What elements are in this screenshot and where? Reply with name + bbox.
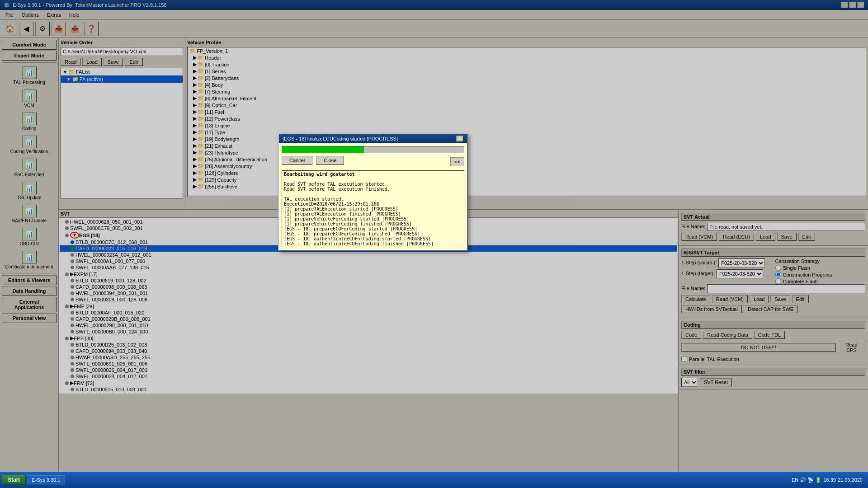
dialog-titlebar: [EGS - 18] finalizeECUCoding started [PR… — [279, 134, 467, 143]
tray-date: 21.06.2020 — [838, 477, 863, 483]
log-line-13: [EGS - 18] authenticateECUForCoding star… — [284, 236, 462, 241]
tray-time: 16:39 — [823, 477, 836, 483]
taskbar-tray: EN 🔊 📡 🔋 16:39 21.06.2020 — [788, 477, 866, 483]
log-line-14: [EGS - 18] authenticateECUForCoding fini… — [284, 241, 462, 246]
log-line-11: [EGS - 18] prepareECUForCoding started [… — [284, 226, 462, 231]
log-line-6: ExecutionID=2020/06/21-15:29:01.166 — [284, 202, 462, 206]
taskbar-esys[interactable]: E-Sys 3.30.1 — [27, 475, 65, 484]
dialog-action-buttons: Cancel Close — [282, 156, 344, 165]
log-line-2: Read SVT before TAL execution started. — [284, 182, 462, 187]
progress-bar-fill — [282, 146, 364, 153]
log-line-9: [1] prepareVehicleForCoding started [PRO… — [284, 216, 462, 221]
dialog-log: Bearbeitung wird gestartet Read SVT befo… — [282, 170, 464, 247]
log-line-3: Read SVT before TAL execution finished. — [284, 187, 462, 192]
taskbar: Start E-Sys 3.30.1 EN 🔊 📡 🔋 16:39 21.06.… — [0, 472, 868, 488]
dialog-close-icon[interactable]: ✕ — [456, 136, 463, 142]
dialog-close-btn[interactable]: Close — [316, 156, 344, 165]
log-line-10: [1] prepareVehicleForCoding finished [PR… — [284, 221, 462, 226]
log-line-12: [EGS - 18] prepareECUForCoding finished … — [284, 231, 462, 236]
log-line-15: [EGS - 18] Transaction type: cdDeploy; M… — [284, 246, 462, 247]
log-line-4 — [284, 192, 462, 197]
dialog-title: [EGS - 18] finalizeECUCoding started [PR… — [283, 136, 398, 141]
dialog-nav-btn[interactable]: << — [450, 157, 464, 166]
dialog-btn-row: Cancel Close << — [282, 156, 464, 168]
log-line-5: TAL execution started. — [284, 197, 462, 202]
log-line-7: [1] prepareTALExecution started [PROGRES… — [284, 206, 462, 211]
progress-bar-container — [282, 146, 464, 153]
log-line-1 — [284, 177, 462, 182]
log-line-0: Bearbeitung wird gestartet — [284, 172, 462, 177]
tray-icons: EN 🔊 📡 🔋 — [792, 477, 821, 483]
log-line-8: [1] prepareTALExecution finished [PROGRE… — [284, 211, 462, 216]
dialog-content: Cancel Close << Bearbeitung wird gestart… — [279, 143, 467, 250]
progress-dialog: [EGS - 18] finalizeECUCoding started [PR… — [278, 133, 468, 251]
dialog-cancel-btn[interactable]: Cancel — [282, 156, 312, 165]
start-button[interactable]: Start — [2, 475, 26, 485]
